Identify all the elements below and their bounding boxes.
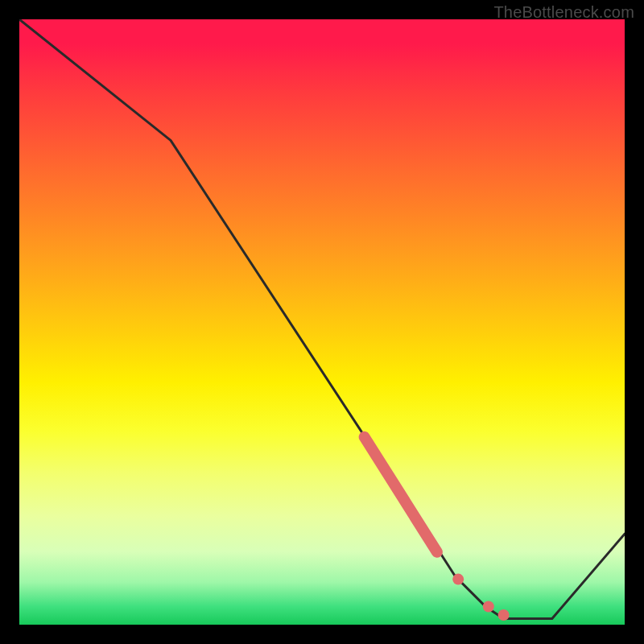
bottleneck-curve — [19, 19, 625, 619]
marker-group — [452, 574, 509, 621]
plot-area — [19, 19, 625, 625]
watermark-text: TheBottleneck.com — [493, 3, 634, 22]
chart-frame: TheBottleneck.com — [0, 0, 644, 644]
marker-dot — [452, 574, 464, 585]
highlight-segment — [365, 437, 437, 552]
marker-dot — [483, 601, 494, 612]
curve-layer — [19, 19, 625, 625]
marker-dot — [498, 609, 510, 621]
